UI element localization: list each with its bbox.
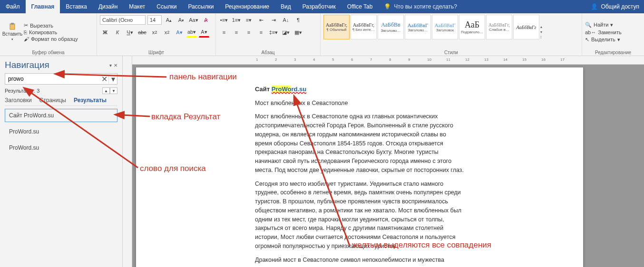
font-color-button[interactable]: A▾ [199, 27, 209, 38]
sort-button[interactable]: A↓ [281, 15, 291, 25]
share-icon: 👤 [591, 3, 598, 10]
nav-tab-results[interactable]: Результаты [74, 97, 107, 104]
nav-tab-headings[interactable]: Заголовки [5, 97, 32, 104]
highlight-button[interactable]: ab▾ [186, 27, 197, 38]
align-left-button[interactable]: ≡ [219, 27, 229, 38]
horizontal-ruler[interactable]: 12 34 56 78 910 1112 1314 1516 17 [132, 56, 644, 65]
copy-icon: ⎘ [24, 29, 27, 35]
show-marks-button[interactable]: ¶ [293, 15, 303, 25]
tab-references[interactable]: Ссылки [151, 0, 182, 13]
style-item[interactable]: АаБбВвГг,¶ Обычный [323, 15, 350, 39]
styles-more-button[interactable]: ▴▾⁞ [540, 15, 547, 49]
scissors-icon: ✂ [24, 22, 28, 29]
nav-result-count: Результат … 3 [5, 88, 39, 94]
tab-mailings[interactable]: Рассылки [183, 0, 220, 13]
font-name-combo[interactable]: Calibri (Осно [100, 15, 146, 25]
borders-button[interactable]: ▦▾ [293, 27, 303, 38]
change-case-button[interactable]: Aa▾ [188, 15, 199, 25]
superscript-button[interactable]: x2 [162, 27, 172, 38]
tab-developer[interactable]: Разработчик [297, 0, 342, 13]
nav-next-result-button[interactable]: ▼ [110, 87, 117, 94]
text-effects-button[interactable]: A▾ [174, 27, 185, 38]
style-item[interactable]: АаБбВвГЗаголовок [432, 15, 458, 39]
nav-result-item[interactable]: ProWord.su [5, 141, 117, 154]
nav-title: Навигация [5, 60, 49, 70]
nav-search-input[interactable] [5, 76, 100, 82]
strike-button[interactable]: abc [137, 27, 147, 38]
bullets-button[interactable]: •≡▾ [219, 15, 229, 25]
format-painter-button[interactable]: 🖌Формат по образцу [24, 36, 78, 42]
style-item[interactable]: АаБбВвГЗаголово… [405, 15, 431, 39]
tab-officetab[interactable]: Office Tab [342, 0, 379, 13]
clipboard-group-label: Буфер обмена [3, 49, 94, 55]
align-center-button[interactable]: ≡ [231, 27, 242, 38]
underline-button[interactable]: Ч▾ [125, 27, 135, 38]
nav-dropdown-icon[interactable]: ▾ [109, 63, 112, 68]
nav-search-options-icon[interactable]: ▾ [108, 75, 117, 84]
replace-icon: ab↔ [585, 29, 596, 35]
tab-insert[interactable]: Вставка [60, 0, 93, 13]
shrink-font-button[interactable]: A▾ [176, 15, 186, 25]
replace-button[interactable]: ab↔Заменить [585, 29, 622, 35]
cursor-icon: ↖ [585, 37, 589, 43]
vertical-ruler[interactable] [123, 56, 132, 267]
tab-review[interactable]: Рецензирование [219, 0, 275, 13]
style-item[interactable]: АаБбВвГг,Слабое в… [486, 15, 512, 39]
tell-me[interactable]: 💡 Что вы хотите сделать? [378, 0, 463, 13]
document-page[interactable]: Сайт ProWord.su Мост влюбленных в Севаст… [136, 67, 583, 267]
grow-font-button[interactable]: A▴ [164, 15, 174, 25]
subscript-button[interactable]: x2 [149, 27, 160, 38]
tab-file[interactable]: Файл [0, 0, 26, 13]
nav-prev-result-button[interactable]: ▲ [102, 87, 110, 94]
doc-paragraph: Драконий мост в Севастополе символ непок… [255, 256, 464, 265]
nav-search-clear-icon[interactable]: ✕ [100, 75, 108, 84]
line-spacing-button[interactable]: ‡≡▾ [268, 27, 279, 38]
doc-paragraph: Мост влюбленных в Севастополе [255, 99, 464, 108]
search-icon: 🔍 [585, 22, 592, 28]
cut-button[interactable]: ✂Вырезать [24, 22, 78, 29]
nav-search-box[interactable]: ✕ ▾ [5, 73, 117, 85]
tab-layout[interactable]: Макет [123, 0, 151, 13]
justify-button[interactable]: ≡ [256, 27, 266, 38]
select-button[interactable]: ↖Выделить▾ [585, 37, 622, 43]
increase-indent-button[interactable]: ⇥ [268, 15, 279, 25]
shading-button[interactable]: ◪▾ [281, 27, 291, 38]
tell-me-label: Что вы хотите сделать? [394, 3, 457, 10]
editing-group-label: Редактирование [585, 49, 641, 55]
nav-result-item[interactable]: Сайт ProWord.su [5, 109, 117, 122]
bold-button[interactable]: Ж [100, 27, 110, 38]
decrease-indent-button[interactable]: ⇤ [256, 15, 266, 25]
doc-heading: Сайт ProWord.su [255, 85, 464, 94]
paste-icon [9, 23, 16, 30]
copy-button[interactable]: ⎘Копировать [24, 29, 78, 35]
find-button[interactable]: 🔍Найти▾ [585, 22, 622, 28]
nav-close-icon[interactable]: ✕ [114, 63, 117, 68]
styles-gallery[interactable]: АаБбВвГг,¶ ОбычныйАаБбВвГг,¶ Без инте…Аа… [323, 15, 579, 49]
font-group-label: Шрифт [100, 49, 213, 55]
style-item[interactable]: АаБбВвЗаголово… [378, 15, 404, 39]
navigation-pane: Навигация ▾ ✕ ✕ ▾ Результат … 3 ▲ ▼ Заго… [0, 56, 123, 267]
content-area: Навигация ▾ ✕ ✕ ▾ Результат … 3 ▲ ▼ Заго… [0, 56, 644, 267]
font-size-combo[interactable]: 14 [147, 15, 162, 25]
bulb-icon: 💡 [384, 3, 391, 10]
tab-view[interactable]: Вид [275, 0, 297, 13]
ribbon-tabs: Файл Главная Вставка Дизайн Макет Ссылки… [0, 0, 644, 13]
multilevel-button[interactable]: ≡▾ [244, 15, 254, 25]
nav-tab-pages[interactable]: Страницы [39, 97, 66, 104]
nav-result-item[interactable]: ProWord.su [5, 125, 117, 138]
italic-button[interactable]: К [112, 27, 123, 38]
style-item[interactable]: АаБПодзаголо… [459, 15, 485, 39]
style-item[interactable]: АаБбВвГг,¶ Без инте… [351, 15, 377, 39]
para-group-label: Абзац [219, 49, 317, 55]
clear-format-button[interactable]: A̷ [201, 15, 211, 25]
style-item[interactable]: АаБбВвГг [513, 15, 539, 39]
paste-button[interactable]: Вставить ▾ [3, 15, 22, 49]
align-right-button[interactable]: ≡ [244, 27, 254, 38]
styles-group-label: Стили [323, 49, 579, 55]
numbering-button[interactable]: 1≡▾ [231, 15, 242, 25]
ribbon: Вставить ▾ ✂Вырезать ⎘Копировать 🖌Формат… [0, 13, 644, 56]
brush-icon: 🖌 [24, 36, 29, 42]
share-button[interactable]: Общий доступ [601, 3, 639, 10]
tab-design[interactable]: Дизайн [93, 0, 123, 13]
tab-home[interactable]: Главная [26, 0, 60, 13]
